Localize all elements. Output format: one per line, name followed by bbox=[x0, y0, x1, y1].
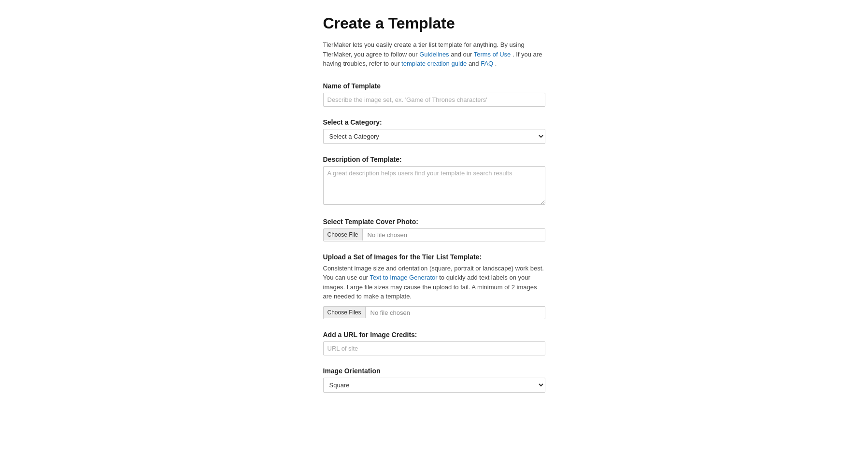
terms-link[interactable]: Terms of Use bbox=[474, 51, 511, 58]
cover-photo-file-wrapper: Choose File No file chosen bbox=[323, 228, 545, 241]
name-section: Name of Template bbox=[323, 82, 545, 107]
guidelines-link[interactable]: Guidelines bbox=[419, 51, 449, 58]
upload-images-label: Upload a Set of Images for the Tier List… bbox=[323, 253, 545, 261]
url-label: Add a URL for Image Credits: bbox=[323, 331, 545, 339]
description-section: Description of Template: bbox=[323, 156, 545, 206]
page-container: Create a Template TierMaker lets you eas… bbox=[313, 0, 555, 433]
cover-photo-label: Select Template Cover Photo: bbox=[323, 218, 545, 226]
intro-text-end: . bbox=[495, 60, 497, 67]
category-select[interactable]: Select a Category Entertainment Music Sp… bbox=[323, 129, 545, 144]
guide-link[interactable]: template creation guide bbox=[401, 60, 467, 67]
url-input[interactable] bbox=[323, 341, 545, 355]
name-label: Name of Template bbox=[323, 82, 545, 90]
url-section: Add a URL for Image Credits: bbox=[323, 331, 545, 355]
upload-description: Consistent image size and orientation (s… bbox=[323, 264, 545, 301]
upload-images-file-wrapper: Choose Files No file chosen bbox=[323, 306, 545, 319]
upload-images-choose-btn[interactable]: Choose Files bbox=[324, 307, 366, 318]
intro-and2: and bbox=[469, 60, 479, 67]
intro-and: and our bbox=[451, 51, 472, 58]
orientation-select[interactable]: Square Portrait Landscape bbox=[323, 378, 545, 393]
orientation-section: Image Orientation Square Portrait Landsc… bbox=[323, 367, 545, 393]
page-title: Create a Template bbox=[323, 14, 545, 32]
intro-text: TierMaker lets you easily create a tier … bbox=[323, 40, 545, 69]
category-label: Select a Category: bbox=[323, 118, 545, 126]
category-section: Select a Category: Select a Category Ent… bbox=[323, 118, 545, 144]
cover-photo-choose-btn[interactable]: Choose File bbox=[324, 229, 363, 241]
cover-photo-no-file: No file chosen bbox=[363, 229, 412, 241]
upload-images-section: Upload a Set of Images for the Tier List… bbox=[323, 253, 545, 319]
cover-photo-section: Select Template Cover Photo: Choose File… bbox=[323, 218, 545, 241]
upload-images-no-file: No file chosen bbox=[366, 307, 415, 319]
description-label: Description of Template: bbox=[323, 156, 545, 163]
orientation-label: Image Orientation bbox=[323, 367, 545, 375]
text-to-image-link[interactable]: Text to Image Generator bbox=[370, 274, 437, 281]
faq-link[interactable]: FAQ bbox=[481, 60, 493, 67]
name-input[interactable] bbox=[323, 93, 545, 107]
description-textarea[interactable] bbox=[323, 166, 545, 205]
